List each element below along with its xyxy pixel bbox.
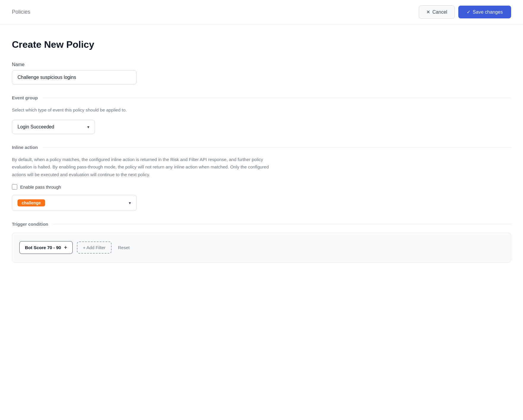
reset-button[interactable]: Reset [116,242,132,253]
action-dropdown-chevron-icon: ▾ [129,201,131,205]
top-bar-actions: ✕ Cancel ✓ Save changes [419,5,511,19]
pass-through-row: Enable pass through [12,184,511,190]
inline-action-description: By default, when a policy matches, the c… [12,156,279,179]
action-tag-challenge: challenge [18,199,45,206]
add-filter-button[interactable]: + Add Filter [77,241,111,254]
save-icon: ✓ [467,9,470,15]
filter-chip-plus-icon: + [64,244,67,251]
trigger-condition-area: Bot Score 70 - 90 + + Add Filter Reset [12,233,511,262]
pass-through-label: Enable pass through [20,184,61,190]
page-title: Create New Policy [12,39,511,50]
trigger-condition-divider: Trigger condition [12,222,511,227]
event-group-selected: Login Succeeded [18,124,54,130]
event-group-dropdown[interactable]: Login Succeeded ▾ [12,120,95,134]
inline-action-divider: Inline action [12,145,511,150]
event-group-section: Select which type of event this policy s… [12,106,511,134]
save-changes-button[interactable]: ✓ Save changes [458,6,511,18]
bot-score-filter-label: Bot Score 70 - 90 [25,245,61,250]
bot-score-filter-chip[interactable]: Bot Score 70 - 90 + [19,241,73,254]
top-bar: Policies ✕ Cancel ✓ Save changes [0,0,523,24]
event-group-description: Select which type of event this policy s… [12,106,279,114]
name-label: Name [12,62,511,67]
action-dropdown[interactable]: challenge ▾ [12,195,137,211]
event-group-chevron-icon: ▾ [87,125,89,129]
cancel-button[interactable]: ✕ Cancel [419,5,455,19]
event-group-section-label: Event group [12,95,38,100]
name-input[interactable] [12,70,137,85]
main-content: Create New Policy Name Event group Selec… [0,24,523,277]
event-group-divider: Event group [12,95,511,100]
inline-action-section-label: Inline action [12,145,38,150]
page-breadcrumb: Policies [12,9,30,15]
divider-line-1 [43,98,511,98]
trigger-condition-section-label: Trigger condition [12,222,48,227]
inline-action-section: By default, when a policy matches, the c… [12,156,511,211]
name-section: Name [12,62,511,85]
divider-line-2 [43,147,511,147]
divider-line-3 [53,224,511,224]
pass-through-checkbox[interactable] [12,184,17,190]
cancel-icon: ✕ [426,9,430,15]
